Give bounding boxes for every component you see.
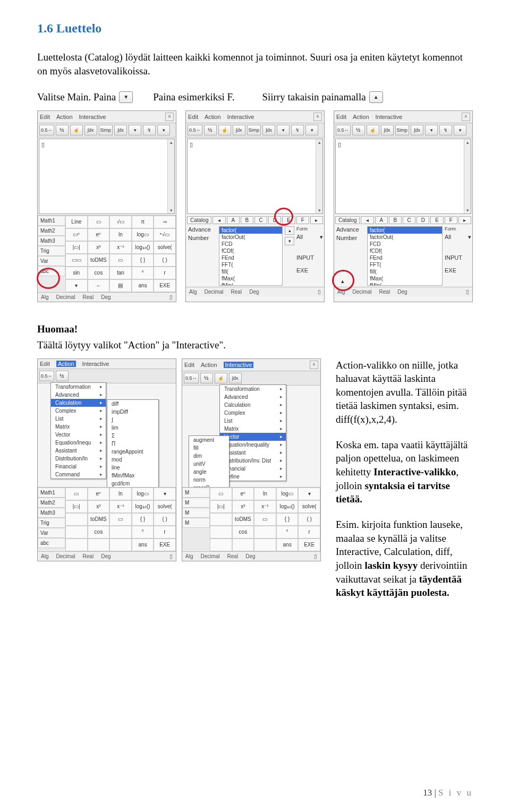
toolbar-btn: 0.5↔ — [39, 371, 54, 381]
catalog-item: fill( — [368, 268, 442, 275]
menu-edit: Edit — [188, 114, 198, 120]
submenu-item: Σ — [107, 432, 158, 440]
page-number: 13 — [423, 788, 432, 798]
calc-key: cos — [88, 267, 110, 279]
calc-workarea: ▯ ▴▾ — [39, 139, 175, 214]
calc-key: ans — [276, 539, 299, 551]
toolbar-btn: ☝ — [218, 125, 231, 135]
submenu-item: fMin/fMax — [107, 472, 158, 480]
calc-key: ▾ — [65, 279, 88, 292]
calc-key: ▭ — [88, 216, 110, 228]
alpha-f: F — [445, 216, 457, 224]
status-item: Decimal — [56, 294, 75, 300]
submenu-item: diff — [107, 400, 158, 408]
page-label: S i v u — [438, 788, 473, 798]
toolbar-btn: ↯ — [439, 125, 452, 135]
menu-item: Equation/Inequality▸ — [220, 441, 286, 449]
status-item: Alg — [41, 553, 48, 559]
menu-item: Distribution/In▸ — [51, 455, 106, 463]
calc-key: solve( — [154, 500, 176, 513]
toolbar-btn: ∫dx — [114, 125, 127, 135]
menu-interactive: Interactive — [227, 114, 254, 120]
exe-button: EXE — [296, 267, 323, 273]
battery-icon: ▯ — [466, 289, 469, 295]
up-arrow-icon: ▴ — [335, 277, 350, 286]
calc-key — [65, 539, 88, 551]
calc-key: log▭ — [276, 488, 299, 500]
status-item: Decimal — [200, 553, 219, 559]
calc-key: ▭ — [109, 254, 132, 267]
toolbar-btn: ↯ — [291, 125, 304, 135]
toolbar-btn: ∫dx — [233, 125, 245, 135]
calc-key: log▭ — [132, 488, 154, 500]
calc-key: cos — [232, 526, 254, 539]
status-item: Real — [227, 553, 239, 559]
status-item: Deg — [101, 294, 110, 300]
status-item: Alg — [337, 289, 345, 295]
close-icon: × — [313, 113, 322, 121]
instruction-text-2: Paina esimerkiksi F. — [153, 90, 234, 104]
calc-key — [254, 526, 276, 539]
catalog-list: factor(factorOut(FCDfCDf(FEndFFT(fill(fM… — [367, 226, 443, 286]
status-item: Real — [231, 289, 242, 295]
math-tab: Math2 — [38, 226, 65, 236]
key-grid: ▭eᵉlnlog▭▾|▭|x²x⁻¹log₁₀()solve(toDMS▭{ }… — [65, 488, 176, 551]
status-item: Deg — [245, 553, 255, 559]
calc-screenshot-action-menu: Edit Action Interactive 0.5↔ ⅟₂ Transfor… — [37, 358, 176, 561]
alpha-b: B — [241, 216, 253, 224]
explanation-para-2: Koska em. tapa vaatii käyttäjältä paljon… — [336, 438, 473, 506]
battery-icon: ▯ — [169, 294, 173, 300]
calc-key: ln — [254, 488, 276, 500]
calc-key: ⁿ√▭ — [154, 228, 176, 241]
interactive-dropdown: Transformation▸Advanced▸Calculation▸Comp… — [219, 384, 286, 481]
key-grid: Line▭√▭π⇒▭ᵉeᵉlnlog▭ⁿ√▭|▭|x²x⁻¹log₁₀()sol… — [65, 216, 176, 292]
calc-toolbar: 0.5↔ ⅟₂ ☝ ∫dx Simp ∫dx ▾ ↯ ▾ — [38, 123, 176, 138]
explanation-para-1: Action-valikko on niille, jotka haluavat… — [336, 358, 473, 426]
toolbar-btn: ▾ — [277, 125, 290, 135]
calc-key: |▭| — [65, 500, 88, 513]
submenu-item: impDiff — [107, 408, 158, 416]
calc-key: ans — [132, 539, 154, 551]
menu-edit: Edit — [184, 362, 194, 368]
catalog-list: factor(factorOut(FCDfCDf(FEndFFT(fill(fM… — [219, 226, 283, 286]
toolbar-btn: ☝ — [215, 373, 227, 383]
menu-item: Assistant▸ — [220, 449, 286, 457]
toolbar-btn: 0.5↔ — [336, 125, 351, 135]
page-footer: 13 | S i v u — [423, 788, 473, 798]
calc-key: x² — [232, 500, 254, 513]
menu-interactive-highlighted: Interactive — [224, 362, 254, 368]
calc-key: x⁻¹ — [109, 500, 132, 513]
catalog-tab: Number — [186, 234, 218, 242]
catalog-item: FFT( — [219, 261, 282, 268]
status-item: Decimal — [204, 289, 223, 295]
menu-interactive: Interactive — [79, 114, 106, 120]
menu-action: Action — [353, 114, 369, 120]
catalog-item: factorOut( — [219, 234, 282, 241]
status-item: Deg — [397, 289, 407, 295]
catalog-item: factor( — [368, 227, 442, 234]
math-tab: Trig — [38, 518, 65, 528]
section-heading: 1.6 Luettelo — [37, 21, 473, 36]
calc-key: solve( — [154, 241, 176, 254]
status-item: Decimal — [352, 289, 371, 295]
menu-item: Equation/Inequ▸ — [51, 439, 106, 447]
calc-key: toDMS — [88, 254, 110, 267]
math-tab: Math1 — [38, 488, 65, 498]
menu-item: Command▸ — [51, 471, 106, 478]
down-arrow-icon: ▼ — [119, 91, 133, 103]
catalog-item: factorOut( — [368, 234, 442, 241]
action-dropdown: Transformation▸Advanced▸Calculation▸Comp… — [50, 382, 106, 479]
calc-key — [254, 539, 276, 551]
menu-item: Advanced▸ — [220, 393, 286, 401]
calc-key: ° — [276, 526, 299, 539]
calc-key: { } — [132, 254, 154, 267]
catalog-item: fMax( — [219, 275, 282, 282]
menu-item: Advanced▸ — [51, 391, 106, 399]
all-label: All — [445, 234, 451, 240]
all-label: All — [296, 234, 303, 240]
menu-action: Action — [205, 114, 221, 120]
menu-item: List▸ — [51, 415, 106, 423]
instruction-text-3: Siirry takaisin painamalla — [262, 90, 366, 104]
calc-key: tan — [109, 267, 132, 279]
alpha-e: E — [430, 216, 443, 224]
